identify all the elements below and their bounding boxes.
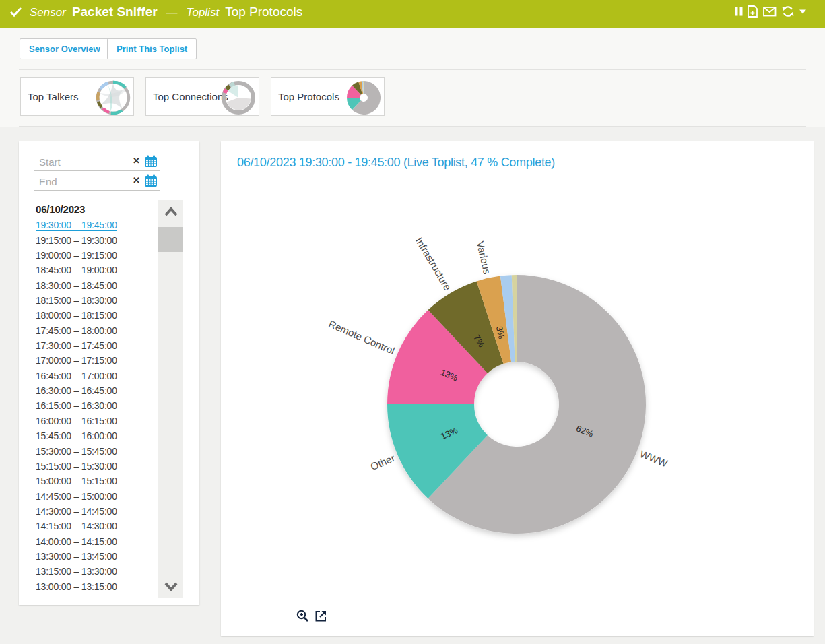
time-range-item[interactable]: 18:00:00 – 18:15:00 xyxy=(36,308,160,323)
toplist-sidebar: Start ✕ End ✕ 06/10/20 xyxy=(19,141,199,605)
time-range-item[interactable]: 14:45:00 – 15:00:00 xyxy=(36,488,160,503)
time-range-item[interactable]: 16:45:00 – 17:00:00 xyxy=(36,368,160,383)
sensor-label: Sensor xyxy=(30,6,66,20)
tab-label: Top Connections xyxy=(153,91,228,102)
scroll-down-icon[interactable] xyxy=(158,575,183,598)
time-range-item[interactable]: 13:00:00 – 13:15:00 xyxy=(36,579,160,594)
time-range-item[interactable]: 14:00:00 – 14:15:00 xyxy=(36,534,160,549)
divider xyxy=(19,126,806,127)
divider xyxy=(19,69,806,70)
time-range-item[interactable]: 18:15:00 – 18:30:00 xyxy=(36,293,160,308)
scrollbar-thumb[interactable] xyxy=(158,227,183,252)
zoom-in-icon[interactable] xyxy=(296,610,309,625)
add-report-icon[interactable] xyxy=(747,5,759,18)
breadcrumb-separator: — xyxy=(166,6,178,20)
start-date-field[interactable]: Start ✕ xyxy=(34,152,160,171)
start-placeholder: Start xyxy=(39,156,61,168)
clear-end-icon[interactable]: ✕ xyxy=(133,175,140,185)
time-range-item[interactable]: 19:00:00 – 19:15:00 xyxy=(36,248,160,263)
time-range-item[interactable]: 16:00:00 – 16:15:00 xyxy=(36,414,160,428)
tab-top-talkers[interactable]: Top Talkers xyxy=(20,77,134,116)
caret-down-icon[interactable] xyxy=(799,5,807,18)
breadcrumb: Sensor Packet Sniffer — Toplist Top Prot… xyxy=(30,5,302,20)
print-toplist-button[interactable]: Print This Toplist xyxy=(107,38,197,59)
chord-diagram-icon xyxy=(95,79,131,116)
tab-label: Top Protocols xyxy=(278,91,339,102)
slice-name-label: Infrastructure xyxy=(414,235,454,292)
time-range-item[interactable]: 18:30:00 – 18:45:00 xyxy=(36,278,160,292)
time-range-item[interactable]: 14:15:00 – 14:30:00 xyxy=(36,519,160,534)
time-range-item[interactable]: 18:45:00 – 19:00:00 xyxy=(36,263,160,278)
time-range-item[interactable]: 13:30:00 – 13:45:00 xyxy=(36,549,160,564)
toplist-chart-panel: 06/10/2023 19:30:00 - 19:45:00 (Live Top… xyxy=(221,141,814,636)
time-range-item[interactable]: 14:30:00 – 14:45:00 xyxy=(36,504,160,519)
time-range-item[interactable]: 19:15:00 – 19:30:00 xyxy=(36,232,160,247)
time-range-item[interactable]: 13:15:00 – 13:30:00 xyxy=(36,564,160,579)
pie-chart-icon xyxy=(345,79,382,116)
protocol-donut-chart: 62%WWW13%Other13%Remote Control7%Infrast… xyxy=(221,141,814,636)
time-range-item[interactable]: 16:15:00 – 16:30:00 xyxy=(36,398,160,413)
time-range-item[interactable]: 16:30:00 – 16:45:00 xyxy=(36,383,160,398)
slice-name-label: WWW xyxy=(638,448,670,470)
time-range-item[interactable]: 15:45:00 – 16:00:00 xyxy=(36,428,160,443)
tab-label: Top Talkers xyxy=(28,91,79,102)
ring-chart-icon xyxy=(220,79,257,116)
time-range-item[interactable]: 17:45:00 – 18:00:00 xyxy=(36,323,160,338)
open-external-icon[interactable] xyxy=(315,610,327,625)
date-header: 06/10/2023 xyxy=(36,203,85,215)
scrollbar[interactable] xyxy=(158,200,183,598)
toplist-label: Toplist xyxy=(187,6,220,20)
check-icon xyxy=(9,7,23,18)
pause-icon[interactable] xyxy=(735,6,743,17)
refresh-icon[interactable] xyxy=(781,5,795,18)
time-range-item[interactable]: 15:00:00 – 15:15:00 xyxy=(36,474,160,488)
slice-name-label: Other xyxy=(368,452,396,473)
time-range-item[interactable]: 19:30:00 – 19:45:00 xyxy=(36,218,160,232)
time-range-item[interactable]: 15:30:00 – 15:45:00 xyxy=(36,443,160,458)
time-range-item[interactable]: 17:30:00 – 17:45:00 xyxy=(36,338,160,353)
sensor-overview-button[interactable]: Sensor Overview xyxy=(20,38,110,59)
time-range-list: 19:30:00 – 19:45:0019:15:00 – 19:30:0019… xyxy=(36,218,160,594)
clear-start-icon[interactable]: ✕ xyxy=(133,156,140,166)
chart-title: 06/10/2023 19:30:00 - 19:45:00 (Live Top… xyxy=(237,156,555,170)
end-calendar-icon[interactable] xyxy=(144,174,158,187)
tab-top-protocols[interactable]: Top Protocols xyxy=(271,77,385,116)
end-placeholder: End xyxy=(39,176,57,187)
toplist-name: Top Protocols xyxy=(225,5,302,20)
scroll-up-icon[interactable] xyxy=(158,200,183,223)
sensor-name[interactable]: Packet Sniffer xyxy=(72,5,158,20)
start-calendar-icon[interactable] xyxy=(144,155,158,168)
tab-top-connections[interactable]: Top Connections xyxy=(145,77,259,116)
time-range-item[interactable]: 17:00:00 – 17:15:00 xyxy=(36,353,160,368)
email-icon[interactable] xyxy=(763,6,777,17)
end-date-field[interactable]: End ✕ xyxy=(34,171,160,191)
slice-name-label: Remote Control xyxy=(327,318,397,356)
title-bar: Sensor Packet Sniffer — Toplist Top Prot… xyxy=(0,0,825,28)
time-range-item[interactable]: 15:15:00 – 15:30:00 xyxy=(36,459,160,474)
slice-name-label: Various xyxy=(475,240,493,275)
